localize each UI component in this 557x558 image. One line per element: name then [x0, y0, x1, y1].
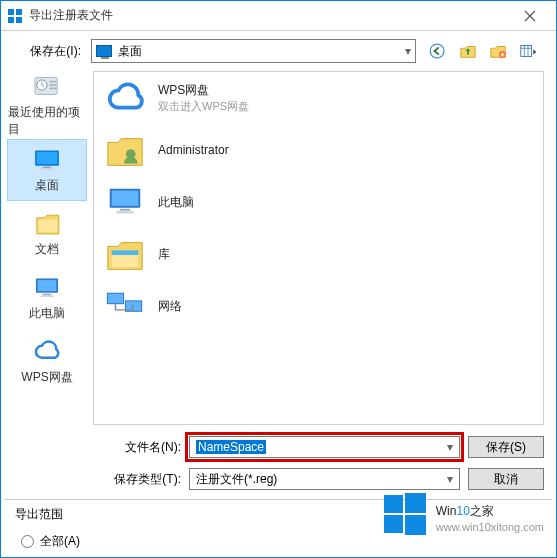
file-info: Administrator [158, 143, 229, 157]
svg-rect-2 [8, 17, 14, 23]
windows-logo-icon [382, 491, 428, 537]
svg-rect-28 [112, 250, 139, 255]
toolbar-icons [422, 41, 544, 61]
svg-rect-34 [405, 493, 426, 513]
sidebar-item-thispc[interactable]: 此电脑 [7, 267, 87, 329]
svg-rect-33 [384, 495, 403, 513]
file-name: WPS网盘 [158, 82, 249, 99]
file-info: 库 [158, 246, 170, 263]
chevron-down-icon: ▾ [447, 440, 453, 454]
svg-rect-0 [8, 9, 14, 15]
svg-rect-17 [39, 219, 58, 232]
file-item[interactable]: Administrator [94, 124, 543, 176]
save-in-value: 桌面 [118, 43, 142, 60]
dialog-window: 导出注册表文件 保存在(I): 桌面 ▾ [0, 0, 557, 558]
brand-a: Win [436, 504, 457, 518]
watermark: Win10之家 www.win10xitong.com [382, 491, 544, 537]
sidebar-item-label: 此电脑 [29, 305, 65, 322]
sidebar-item-label: WPS网盘 [21, 369, 72, 386]
computer-icon [30, 275, 64, 303]
file-info: WPS网盘 双击进入WPS网盘 [158, 82, 249, 114]
file-info: 此电脑 [158, 194, 194, 211]
save-in-row: 保存在(I): 桌面 ▾ [1, 31, 556, 71]
file-item[interactable]: 网络 [94, 280, 543, 332]
desktop-icon [30, 147, 64, 175]
file-info: 网络 [158, 298, 182, 315]
svg-rect-35 [384, 515, 403, 533]
svg-point-5 [431, 45, 444, 58]
sidebar-item-wps[interactable]: WPS网盘 [7, 331, 87, 393]
brand-site: www.win10xitong.com [436, 521, 544, 533]
svg-rect-12 [50, 88, 57, 90]
file-name: 此电脑 [158, 194, 194, 211]
file-item[interactable]: WPS网盘 双击进入WPS网盘 [94, 72, 543, 124]
file-item[interactable]: 库 [94, 228, 543, 280]
save-button[interactable]: 保存(S) [468, 436, 544, 458]
file-name: Administrator [158, 143, 229, 157]
sidebar-item-documents[interactable]: 文档 [7, 203, 87, 265]
cancel-button[interactable]: 取消 [468, 468, 544, 490]
network-icon [104, 285, 146, 327]
svg-rect-11 [50, 85, 57, 87]
close-button[interactable] [510, 2, 550, 30]
sidebar-item-recent[interactable]: 最近使用的项目 [7, 75, 87, 137]
view-menu-button[interactable] [518, 41, 538, 61]
sidebar-item-label: 最近使用的项目 [8, 104, 86, 138]
back-button[interactable] [428, 41, 448, 61]
recent-icon [30, 74, 64, 101]
cloud-icon [30, 339, 64, 367]
file-name: 库 [158, 246, 170, 263]
save-in-label: 保存在(I): [13, 43, 85, 60]
filetype-value: 注册文件(*.reg) [196, 471, 277, 488]
places-sidebar: 最近使用的项目 桌面 文档 此电脑 [1, 71, 93, 431]
svg-rect-21 [40, 295, 54, 297]
filename-row: 文件名(N): NameSpace ▾ 保存(S) [1, 431, 556, 463]
title-bar: 导出注册表文件 [1, 1, 556, 31]
svg-rect-36 [405, 515, 426, 535]
file-subtitle: 双击进入WPS网盘 [158, 99, 249, 114]
sidebar-item-label: 文档 [35, 241, 59, 258]
body-area: 最近使用的项目 桌面 文档 此电脑 [1, 71, 556, 431]
svg-rect-15 [43, 166, 51, 168]
filename-label: 文件名(N): [13, 439, 181, 456]
file-name: 网络 [158, 298, 182, 315]
computer-icon [104, 181, 146, 223]
brand-c: 之家 [470, 504, 494, 518]
radio-input[interactable] [21, 535, 34, 548]
watermark-text: Win10之家 www.win10xitong.com [436, 495, 544, 533]
svg-rect-30 [108, 294, 123, 304]
filename-value: NameSpace [196, 440, 266, 454]
svg-rect-19 [38, 280, 57, 291]
svg-rect-26 [116, 211, 133, 214]
scope-branch-radio[interactable]: 所选分支(E) [15, 554, 542, 558]
brand-b: 10 [456, 504, 469, 518]
sidebar-item-desktop[interactable]: 桌面 [7, 139, 87, 201]
filetype-combo[interactable]: 注册文件(*.reg) ▾ [189, 468, 460, 490]
svg-rect-10 [50, 81, 57, 83]
filetype-label: 保存类型(T): [13, 471, 181, 488]
libraries-icon [104, 233, 146, 275]
up-level-button[interactable] [458, 41, 478, 61]
chevron-down-icon: ▾ [405, 44, 411, 58]
radio-label: 全部(A) [40, 533, 80, 550]
filename-input[interactable]: NameSpace ▾ [189, 436, 460, 458]
svg-rect-16 [40, 168, 54, 170]
chevron-down-icon: ▾ [447, 472, 453, 486]
svg-rect-24 [112, 191, 139, 206]
sidebar-item-label: 桌面 [35, 177, 59, 194]
save-in-combo[interactable]: 桌面 ▾ [91, 39, 416, 63]
desktop-icon [96, 45, 112, 57]
app-icon [7, 8, 23, 24]
file-item[interactable]: 此电脑 [94, 176, 543, 228]
new-folder-button[interactable] [488, 41, 508, 61]
svg-rect-14 [37, 152, 57, 164]
svg-rect-25 [120, 209, 130, 211]
svg-rect-3 [16, 17, 22, 23]
svg-rect-20 [43, 294, 51, 296]
user-folder-icon [104, 129, 146, 171]
documents-icon [30, 211, 64, 239]
window-title: 导出注册表文件 [29, 7, 510, 24]
svg-rect-7 [521, 46, 532, 57]
svg-rect-1 [16, 9, 22, 15]
file-list-pane[interactable]: WPS网盘 双击进入WPS网盘 Administrator 此电脑 [93, 71, 544, 425]
